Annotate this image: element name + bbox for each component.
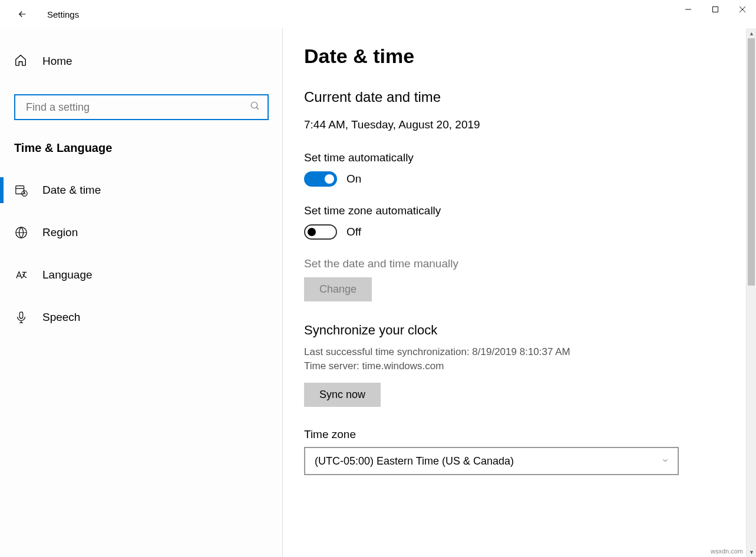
- svg-line-10: [25, 194, 26, 194]
- home-icon: [14, 54, 28, 69]
- set-tz-auto-state: Off: [346, 226, 361, 238]
- sidebar-item-label: Region: [42, 226, 78, 239]
- maximize-button[interactable]: [702, 0, 729, 19]
- current-date-value: 7:44 AM, Tuesday, August 20, 2019: [304, 118, 735, 131]
- timezone-label: Time zone: [304, 428, 735, 441]
- home-nav[interactable]: Home: [0, 47, 282, 75]
- sidebar-item-date-time[interactable]: Date & time: [0, 174, 282, 207]
- titlebar: Settings: [0, 0, 756, 28]
- manual-set-label: Set the date and time manually: [304, 257, 735, 270]
- sync-last-success: Last successful time synchronization: 8/…: [304, 346, 735, 358]
- back-button[interactable]: [11, 2, 34, 26]
- timezone-value: (UTC-05:00) Eastern Time (US & Canada): [315, 455, 514, 468]
- sync-now-button[interactable]: Sync now: [304, 383, 381, 407]
- category-heading: Time & Language: [0, 141, 282, 155]
- close-icon: [739, 6, 746, 13]
- set-tz-auto-toggle[interactable]: [304, 224, 337, 240]
- current-date-heading: Current date and time: [304, 89, 735, 105]
- sidebar-item-speech[interactable]: Speech: [0, 301, 282, 334]
- sync-heading: Synchronize your clock: [304, 323, 735, 338]
- sync-server: Time server: time.windows.com: [304, 360, 735, 372]
- svg-rect-12: [19, 312, 23, 319]
- arrow-left-icon: [17, 9, 28, 19]
- change-button[interactable]: Change: [304, 277, 372, 301]
- svg-point-4: [251, 102, 257, 108]
- svg-rect-6: [16, 186, 24, 194]
- search-input[interactable]: [26, 101, 250, 114]
- microphone-icon: [14, 311, 28, 324]
- set-tz-auto-label: Set time zone automatically: [304, 204, 735, 217]
- search-box[interactable]: [14, 94, 269, 120]
- scroll-thumb[interactable]: [748, 38, 755, 286]
- minimize-button[interactable]: [675, 0, 702, 19]
- globe-icon: [14, 226, 28, 239]
- watermark: wsxdn.com: [711, 548, 743, 555]
- close-button[interactable]: [729, 0, 756, 19]
- window-title: Settings: [47, 9, 79, 19]
- calendar-clock-icon: [14, 184, 28, 197]
- scroll-up-arrow[interactable]: ▲: [747, 28, 756, 38]
- sidebar-item-label: Speech: [42, 311, 80, 324]
- sidebar-item-label: Language: [42, 268, 93, 281]
- sidebar-item-label: Date & time: [42, 184, 101, 197]
- timezone-dropdown[interactable]: (UTC-05:00) Eastern Time (US & Canada): [304, 447, 679, 475]
- chevron-down-icon: [661, 455, 669, 468]
- sidebar: Home Time & Language Date & time Region: [0, 28, 283, 557]
- window-controls: [675, 0, 756, 19]
- vertical-scrollbar[interactable]: ▲ ▼: [746, 28, 756, 557]
- minimize-icon: [685, 6, 692, 13]
- set-time-auto-toggle[interactable]: [304, 171, 337, 187]
- svg-line-5: [256, 107, 259, 110]
- sidebar-item-language[interactable]: Language: [0, 258, 282, 291]
- set-time-auto-state: On: [346, 173, 361, 185]
- main-content: Date & time Current date and time 7:44 A…: [283, 28, 756, 557]
- set-time-auto-label: Set time automatically: [304, 151, 735, 164]
- scroll-down-arrow[interactable]: ▼: [747, 547, 756, 557]
- language-icon: [14, 268, 28, 281]
- page-title: Date & time: [304, 45, 735, 68]
- search-icon: [250, 101, 260, 114]
- maximize-icon: [712, 6, 719, 13]
- sidebar-item-region[interactable]: Region: [0, 216, 282, 249]
- svg-rect-1: [713, 7, 718, 12]
- home-label: Home: [42, 55, 72, 68]
